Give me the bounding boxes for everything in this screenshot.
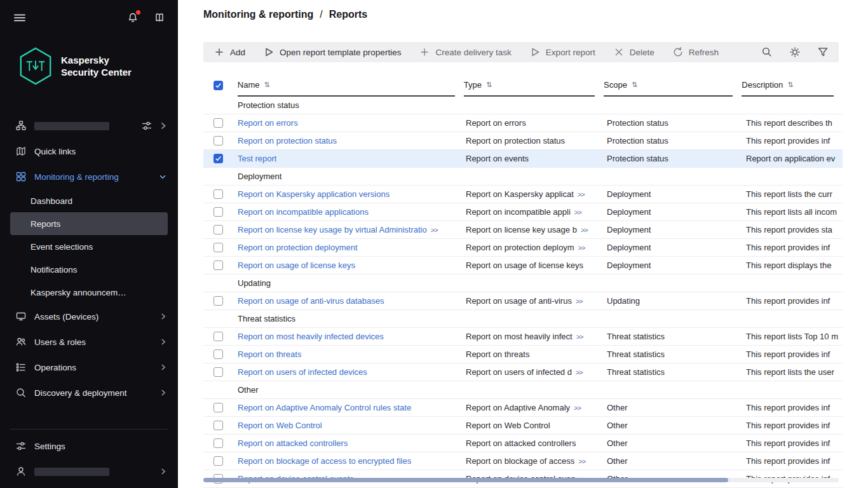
sidebar-item-discovery-deployment[interactable]: Discovery & deployment	[0, 380, 178, 405]
breadcrumb-section[interactable]: Monitoring & reporting	[203, 9, 313, 20]
report-link[interactable]: Test report	[238, 154, 276, 163]
sidebar-item-operations[interactable]: Operations	[0, 355, 178, 380]
report-link[interactable]: Report on most heavily infected devices	[238, 332, 384, 341]
report-link[interactable]: Report on protection status	[238, 136, 337, 146]
sidebar-item-dashboard[interactable]: Dashboard	[10, 189, 168, 212]
row-checkbox[interactable]	[214, 225, 223, 234]
table-row[interactable]: Report on Web Control Report on Web Cont…	[203, 417, 843, 435]
sidebar-item-settings[interactable]: Settings	[0, 433, 178, 459]
chevron-right-icon[interactable]	[159, 120, 168, 132]
table-row[interactable]: Report on errors Report on errors Protec…	[203, 114, 843, 132]
table-row[interactable]: Report on users of infected devices Repo…	[203, 363, 843, 381]
overflow-indicator[interactable]: >>	[576, 333, 583, 341]
chevron-right-icon[interactable]	[159, 311, 168, 322]
table-row[interactable]: Report on usage of license keys Report o…	[203, 257, 843, 274]
row-checkbox[interactable]	[214, 367, 223, 377]
table-row[interactable]: Report on most heavily infected devices …	[203, 328, 843, 346]
export-report-button[interactable]: Export report	[529, 46, 595, 58]
row-checkbox[interactable]	[214, 118, 223, 128]
sidebar-item-monitoring-reporting[interactable]: Monitoring & reporting	[0, 164, 178, 189]
overflow-indicator[interactable]: >>	[576, 369, 583, 376]
row-checkbox[interactable]	[214, 403, 223, 412]
row-checkbox[interactable]	[214, 136, 223, 146]
row-checkbox[interactable]	[214, 189, 223, 199]
row-checkbox[interactable]	[214, 296, 223, 306]
report-link[interactable]: Report on attacked controllers	[238, 438, 348, 448]
hamburger-menu-icon[interactable]	[14, 12, 25, 24]
table-row[interactable]: Report on attacked controllers Report on…	[203, 435, 843, 452]
table-row[interactable]: Report on license key usage by virtual A…	[203, 221, 843, 239]
row-checkbox[interactable]	[214, 438, 223, 448]
report-link[interactable]: Report on usage of anti-virus databases	[238, 296, 384, 306]
chevron-right-icon[interactable]	[159, 337, 168, 347]
create-delivery-task-button[interactable]: Create delivery task	[419, 46, 511, 58]
table-row[interactable]: Report on usage of anti-virus databases …	[203, 292, 843, 310]
report-link[interactable]: Report on protection deployment	[238, 243, 358, 252]
table-row[interactable]: Report on protection deployment Report o…	[203, 239, 843, 257]
sidebar-item-quick-links[interactable]: Quick links	[0, 139, 178, 164]
overflow-indicator[interactable]: >>	[581, 226, 588, 234]
sidebar-item-users-roles[interactable]: Users & roles	[0, 329, 178, 355]
sort-icon[interactable]: ⇅	[787, 81, 793, 89]
report-link[interactable]: Report on errors	[238, 118, 298, 128]
report-link[interactable]: Report on usage of license keys	[238, 261, 355, 270]
table-row[interactable]: Report on blockage of access to encrypte…	[203, 452, 843, 470]
sidebar-item-notifications[interactable]: Notifications	[10, 258, 168, 281]
refresh-button[interactable]: Refresh	[672, 46, 719, 58]
row-checkbox[interactable]	[214, 207, 223, 217]
table-row[interactable]: Report on protection status Report on pr…	[203, 132, 843, 150]
gear-icon[interactable]	[789, 46, 801, 58]
chevron-right-icon[interactable]	[159, 362, 168, 372]
search-icon[interactable]	[761, 46, 773, 58]
sidebar-item-assets-devices[interactable]: Assets (Devices)	[0, 304, 178, 329]
column-header-description[interactable]: Description	[742, 80, 783, 90]
sort-icon[interactable]: ⇅	[264, 81, 269, 89]
overflow-indicator[interactable]: >>	[576, 297, 583, 305]
delete-button[interactable]: Delete	[613, 46, 654, 58]
server-settings-sliders-icon[interactable]	[141, 120, 153, 132]
overflow-indicator[interactable]: >>	[574, 208, 581, 216]
notifications-bell-icon[interactable]	[127, 12, 139, 24]
column-header-name[interactable]: Name	[238, 80, 260, 90]
table-row[interactable]: Report on threats Report on threats Thre…	[203, 346, 843, 363]
row-checkbox[interactable]	[214, 243, 223, 252]
documentation-book-icon[interactable]	[154, 12, 165, 24]
sidebar-item-kaspersky-announcements[interactable]: Kaspersky announcem…	[10, 281, 168, 304]
chevron-down-icon[interactable]	[158, 172, 168, 182]
row-checkbox[interactable]	[214, 456, 223, 466]
row-checkbox[interactable]	[214, 421, 223, 430]
report-link[interactable]: Report on threats	[238, 349, 301, 359]
column-header-type[interactable]: Type	[464, 80, 482, 90]
sort-icon[interactable]: ⇅	[486, 81, 492, 89]
sort-icon[interactable]: ⇅	[632, 81, 637, 89]
open-report-template-properties-button[interactable]: Open report template properties	[263, 46, 401, 58]
overflow-indicator[interactable]: >>	[431, 226, 438, 234]
sidebar-item-event-selections[interactable]: Event selections	[10, 235, 168, 258]
horizontal-scrollbar-track[interactable]	[203, 478, 839, 482]
overflow-indicator[interactable]: >>	[578, 244, 585, 252]
report-link[interactable]: Report on users of infected devices	[238, 367, 367, 377]
row-checkbox[interactable]	[214, 349, 223, 359]
sidebar-item-account[interactable]	[0, 459, 178, 484]
sidebar-item-reports[interactable]: Reports	[10, 212, 168, 235]
report-link[interactable]: Report on incompatible applications	[238, 207, 369, 217]
table-row[interactable]: Report on Kaspersky application versions…	[203, 186, 843, 203]
chevron-right-icon[interactable]	[159, 466, 168, 477]
overflow-indicator[interactable]: >>	[574, 404, 581, 412]
sidebar-item-server[interactable]	[0, 113, 178, 139]
report-link[interactable]: Report on license key usage by virtual A…	[238, 225, 427, 234]
table-row-selected[interactable]: Test report Report on events Protection …	[203, 150, 843, 168]
row-checkbox[interactable]	[214, 261, 223, 270]
row-checkbox[interactable]	[214, 332, 223, 341]
table-row[interactable]: Report on Adaptive Anomaly Control rules…	[203, 399, 843, 417]
report-link[interactable]: Report on Web Control	[238, 421, 322, 430]
overflow-indicator[interactable]: >>	[578, 458, 585, 465]
overflow-indicator[interactable]: >>	[578, 191, 585, 198]
filter-icon[interactable]	[817, 46, 829, 58]
report-link[interactable]: Report on Kaspersky application versions	[238, 189, 390, 199]
column-header-scope[interactable]: Scope	[604, 80, 627, 90]
report-link[interactable]: Report on Adaptive Anomaly Control rules…	[238, 403, 411, 412]
table-row[interactable]: Report on incompatible applications Repo…	[203, 203, 843, 221]
horizontal-scrollbar-thumb[interactable]	[203, 478, 728, 482]
report-link[interactable]: Report on blockage of access to encrypte…	[238, 456, 411, 466]
